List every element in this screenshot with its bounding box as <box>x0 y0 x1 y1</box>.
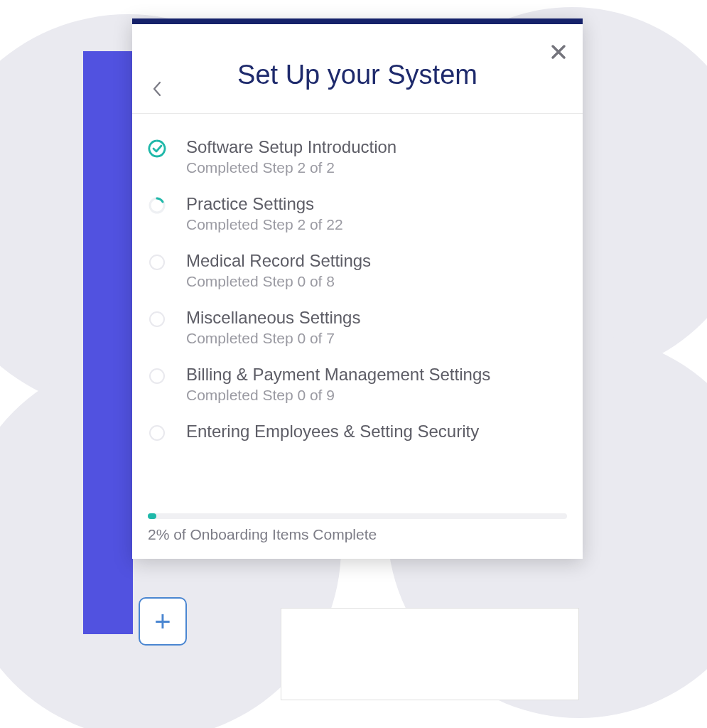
setup-step-miscellaneous[interactable]: Miscellaneous Settings Completed Step 0 … <box>146 299 561 355</box>
progress-label: 2% of Onboarding Items Complete <box>148 526 567 543</box>
setup-steps-list[interactable]: Software Setup Introduction Completed St… <box>132 114 583 506</box>
setup-step-billing[interactable]: Billing & Payment Management Settings Co… <box>146 355 561 412</box>
modal-header: Set Up your System <box>132 24 583 114</box>
progress-bar <box>148 513 567 519</box>
modal-footer: 2% of Onboarding Items Complete <box>132 506 583 559</box>
plus-icon: + <box>154 606 171 638</box>
setup-modal: Set Up your System Software Setup Introd… <box>132 18 583 559</box>
ghost-card <box>281 608 579 700</box>
sidebar-accent <box>83 51 133 634</box>
chevron-left-icon <box>152 81 162 97</box>
back-button[interactable] <box>152 80 162 102</box>
close-icon <box>550 43 567 60</box>
progress-partial-icon <box>146 195 168 216</box>
progress-fill <box>148 513 156 519</box>
step-title: Billing & Payment Management Settings <box>186 364 561 385</box>
step-subtitle: Completed Step 2 of 22 <box>186 216 561 233</box>
step-title: Software Setup Introduction <box>186 136 561 158</box>
step-subtitle: Completed Step 2 of 2 <box>186 159 561 176</box>
setup-step-software-intro[interactable]: Software Setup Introduction Completed St… <box>146 128 561 185</box>
progress-empty-icon <box>146 309 168 330</box>
step-title: Medical Record Settings <box>186 250 561 272</box>
progress-empty-icon <box>146 422 168 444</box>
progress-empty-icon <box>146 365 168 387</box>
step-subtitle: Completed Step 0 of 7 <box>186 330 561 347</box>
step-subtitle: Completed Step 0 of 8 <box>186 273 561 290</box>
step-title: Miscellaneous Settings <box>186 307 561 328</box>
setup-step-employees[interactable]: Entering Employees & Setting Security <box>146 412 561 452</box>
modal-title: Set Up your System <box>153 60 561 90</box>
setup-step-practice-settings[interactable]: Practice Settings Completed Step 2 of 22 <box>146 185 561 242</box>
step-subtitle: Completed Step 0 of 9 <box>186 387 561 404</box>
add-button[interactable]: + <box>139 597 187 646</box>
step-title: Practice Settings <box>186 193 561 215</box>
step-title: Entering Employees & Setting Security <box>186 421 561 442</box>
progress-empty-icon <box>146 252 168 273</box>
check-complete-icon <box>146 138 168 159</box>
close-button[interactable] <box>550 40 567 64</box>
setup-step-medical-record[interactable]: Medical Record Settings Completed Step 0… <box>146 242 561 299</box>
